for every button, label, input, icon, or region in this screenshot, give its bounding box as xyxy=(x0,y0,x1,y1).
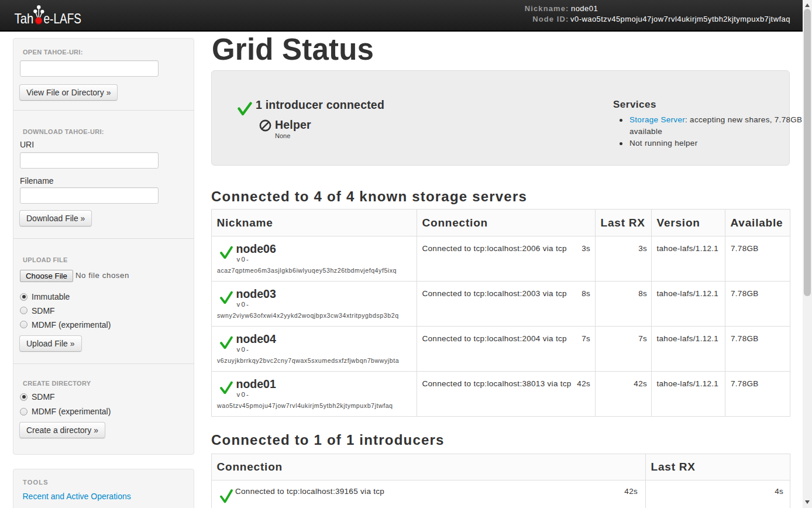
svg-text:e-LAFS: e-LAFS xyxy=(44,11,82,26)
svg-text:Tah: Tah xyxy=(15,11,34,26)
